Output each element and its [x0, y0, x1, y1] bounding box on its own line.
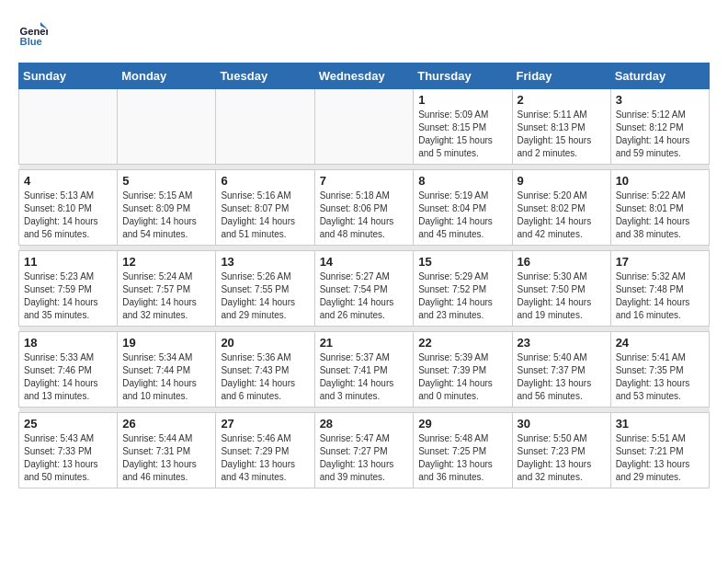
calendar-cell: 14Sunrise: 5:27 AM Sunset: 7:54 PM Dayli…	[314, 251, 414, 327]
calendar-cell: 29Sunrise: 5:48 AM Sunset: 7:25 PM Dayli…	[414, 413, 512, 488]
day-number: 31	[616, 417, 704, 431]
day-info: Sunrise: 5:20 AM Sunset: 8:02 PM Dayligh…	[518, 190, 606, 241]
day-number: 10	[616, 174, 704, 188]
day-number: 29	[418, 417, 506, 431]
day-info: Sunrise: 5:27 AM Sunset: 7:54 PM Dayligh…	[320, 270, 409, 322]
day-number: 15	[418, 255, 506, 269]
weekday-header-sunday: Sunday	[19, 63, 118, 89]
day-number: 30	[518, 417, 606, 431]
day-number: 5	[122, 174, 210, 188]
week-row-1: 1Sunrise: 5:09 AM Sunset: 8:15 PM Daylig…	[19, 89, 710, 165]
day-info: Sunrise: 5:09 AM Sunset: 8:15 PM Dayligh…	[418, 109, 506, 160]
calendar-cell	[216, 89, 314, 165]
day-number: 6	[221, 174, 309, 188]
day-info: Sunrise: 5:13 AM Sunset: 8:10 PM Dayligh…	[24, 190, 112, 241]
calendar-cell: 30Sunrise: 5:50 AM Sunset: 7:23 PM Dayli…	[512, 413, 610, 488]
day-info: Sunrise: 5:50 AM Sunset: 7:23 PM Dayligh…	[518, 432, 606, 484]
weekday-header-monday: Monday	[118, 63, 216, 89]
calendar-cell: 18Sunrise: 5:33 AM Sunset: 7:46 PM Dayli…	[19, 332, 118, 408]
calendar-cell: 6Sunrise: 5:16 AM Sunset: 8:07 PM Daylig…	[216, 170, 314, 246]
day-info: Sunrise: 5:51 AM Sunset: 7:21 PM Dayligh…	[616, 432, 704, 484]
day-number: 25	[24, 417, 112, 431]
calendar-cell: 10Sunrise: 5:22 AM Sunset: 8:01 PM Dayli…	[610, 170, 709, 246]
day-number: 16	[518, 255, 606, 269]
logo-icon: General Blue	[18, 18, 48, 48]
day-number: 3	[616, 93, 704, 107]
calendar-cell: 27Sunrise: 5:46 AM Sunset: 7:29 PM Dayli…	[216, 413, 314, 488]
calendar-cell	[118, 89, 216, 165]
day-info: Sunrise: 5:32 AM Sunset: 7:48 PM Dayligh…	[616, 270, 704, 322]
calendar-cell	[314, 89, 414, 165]
day-info: Sunrise: 5:36 AM Sunset: 7:43 PM Dayligh…	[221, 351, 309, 403]
calendar-cell: 5Sunrise: 5:15 AM Sunset: 8:09 PM Daylig…	[118, 170, 216, 246]
day-info: Sunrise: 5:34 AM Sunset: 7:44 PM Dayligh…	[122, 351, 210, 403]
calendar-cell: 13Sunrise: 5:26 AM Sunset: 7:55 PM Dayli…	[216, 251, 314, 327]
day-info: Sunrise: 5:26 AM Sunset: 7:55 PM Dayligh…	[221, 270, 309, 322]
calendar-cell: 17Sunrise: 5:32 AM Sunset: 7:48 PM Dayli…	[610, 251, 709, 327]
day-number: 20	[221, 336, 309, 350]
day-info: Sunrise: 5:29 AM Sunset: 7:52 PM Dayligh…	[418, 270, 506, 322]
svg-text:Blue: Blue	[20, 36, 42, 47]
day-info: Sunrise: 5:18 AM Sunset: 8:06 PM Dayligh…	[320, 190, 409, 241]
calendar-cell: 19Sunrise: 5:34 AM Sunset: 7:44 PM Dayli…	[118, 332, 216, 408]
day-info: Sunrise: 5:44 AM Sunset: 7:31 PM Dayligh…	[122, 432, 210, 484]
calendar-cell: 22Sunrise: 5:39 AM Sunset: 7:39 PM Dayli…	[414, 332, 512, 408]
weekday-header-saturday: Saturday	[610, 63, 709, 89]
day-info: Sunrise: 5:37 AM Sunset: 7:41 PM Dayligh…	[320, 351, 409, 403]
calendar-cell: 20Sunrise: 5:36 AM Sunset: 7:43 PM Dayli…	[216, 332, 314, 408]
day-number: 27	[221, 417, 309, 431]
day-info: Sunrise: 5:47 AM Sunset: 7:27 PM Dayligh…	[320, 432, 409, 484]
day-number: 22	[418, 336, 506, 350]
day-number: 7	[320, 174, 409, 188]
day-info: Sunrise: 5:46 AM Sunset: 7:29 PM Dayligh…	[221, 432, 309, 484]
calendar-cell: 9Sunrise: 5:20 AM Sunset: 8:02 PM Daylig…	[512, 170, 610, 246]
day-number: 12	[122, 255, 210, 269]
weekday-header-tuesday: Tuesday	[216, 63, 314, 89]
day-info: Sunrise: 5:12 AM Sunset: 8:12 PM Dayligh…	[616, 109, 704, 160]
day-number: 14	[320, 255, 409, 269]
calendar-cell: 1Sunrise: 5:09 AM Sunset: 8:15 PM Daylig…	[414, 89, 512, 165]
day-number: 18	[24, 336, 112, 350]
day-info: Sunrise: 5:48 AM Sunset: 7:25 PM Dayligh…	[418, 432, 506, 484]
day-number: 23	[518, 336, 606, 350]
weekday-header-friday: Friday	[512, 63, 610, 89]
day-number: 1	[418, 93, 506, 107]
calendar-cell: 7Sunrise: 5:18 AM Sunset: 8:06 PM Daylig…	[314, 170, 414, 246]
calendar-cell: 8Sunrise: 5:19 AM Sunset: 8:04 PM Daylig…	[414, 170, 512, 246]
calendar-cell	[19, 89, 118, 165]
calendar-cell: 26Sunrise: 5:44 AM Sunset: 7:31 PM Dayli…	[118, 413, 216, 488]
calendar-cell: 3Sunrise: 5:12 AM Sunset: 8:12 PM Daylig…	[610, 89, 709, 165]
week-row-2: 4Sunrise: 5:13 AM Sunset: 8:10 PM Daylig…	[19, 170, 710, 246]
day-info: Sunrise: 5:15 AM Sunset: 8:09 PM Dayligh…	[122, 190, 210, 241]
calendar-cell: 12Sunrise: 5:24 AM Sunset: 7:57 PM Dayli…	[118, 251, 216, 327]
calendar-cell: 28Sunrise: 5:47 AM Sunset: 7:27 PM Dayli…	[314, 413, 414, 488]
day-number: 8	[418, 174, 506, 188]
day-info: Sunrise: 5:16 AM Sunset: 8:07 PM Dayligh…	[221, 190, 309, 241]
week-row-4: 18Sunrise: 5:33 AM Sunset: 7:46 PM Dayli…	[19, 332, 710, 408]
calendar-table: SundayMondayTuesdayWednesdayThursdayFrid…	[18, 63, 710, 488]
day-info: Sunrise: 5:41 AM Sunset: 7:35 PM Dayligh…	[616, 351, 704, 403]
day-info: Sunrise: 5:24 AM Sunset: 7:57 PM Dayligh…	[122, 270, 210, 322]
day-number: 9	[518, 174, 606, 188]
day-info: Sunrise: 5:33 AM Sunset: 7:46 PM Dayligh…	[24, 351, 112, 403]
day-number: 24	[616, 336, 704, 350]
day-info: Sunrise: 5:40 AM Sunset: 7:37 PM Dayligh…	[518, 351, 606, 403]
header: General Blue	[18, 18, 710, 48]
day-number: 19	[122, 336, 210, 350]
day-number: 21	[320, 336, 409, 350]
calendar-cell: 4Sunrise: 5:13 AM Sunset: 8:10 PM Daylig…	[19, 170, 118, 246]
day-info: Sunrise: 5:39 AM Sunset: 7:39 PM Dayligh…	[418, 351, 506, 403]
calendar-cell: 23Sunrise: 5:40 AM Sunset: 7:37 PM Dayli…	[512, 332, 610, 408]
day-info: Sunrise: 5:30 AM Sunset: 7:50 PM Dayligh…	[518, 270, 606, 322]
calendar-cell: 2Sunrise: 5:11 AM Sunset: 8:13 PM Daylig…	[512, 89, 610, 165]
logo: General Blue	[18, 18, 51, 48]
day-number: 4	[24, 174, 112, 188]
calendar-cell: 16Sunrise: 5:30 AM Sunset: 7:50 PM Dayli…	[512, 251, 610, 327]
week-row-3: 11Sunrise: 5:23 AM Sunset: 7:59 PM Dayli…	[19, 251, 710, 327]
day-number: 26	[122, 417, 210, 431]
day-number: 17	[616, 255, 704, 269]
calendar-cell: 24Sunrise: 5:41 AM Sunset: 7:35 PM Dayli…	[610, 332, 709, 408]
calendar-cell: 15Sunrise: 5:29 AM Sunset: 7:52 PM Dayli…	[414, 251, 512, 327]
day-number: 13	[221, 255, 309, 269]
day-number: 2	[518, 93, 606, 107]
